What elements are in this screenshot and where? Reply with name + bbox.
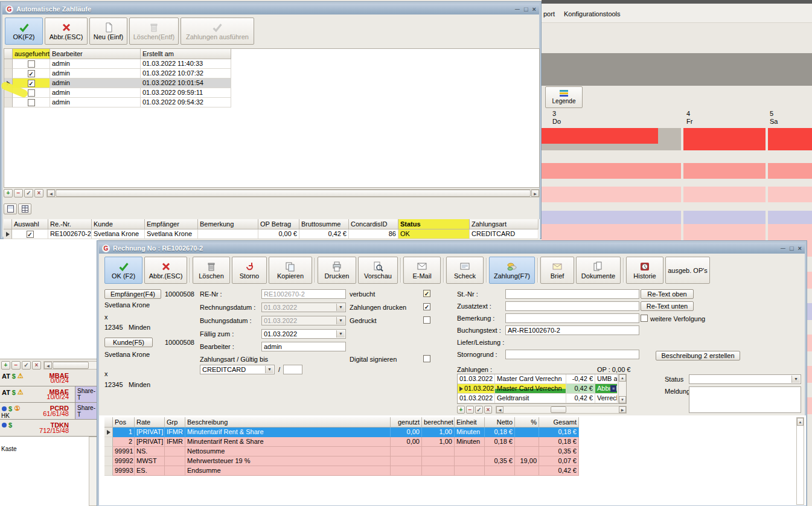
zahlungen-drucken-checkbox[interactable]: ✓	[423, 303, 430, 310]
col-bruttosumme[interactable]: Bruttosumme	[299, 219, 349, 229]
minimize-icon[interactable]: ─	[515, 5, 520, 13]
fleet-row[interactable]: $ TDKN 712/15/48	[0, 420, 98, 437]
new-button[interactable]: Neu (Einf)	[89, 18, 127, 45]
open-items-button[interactable]: ausgeb. OP's	[665, 257, 710, 284]
scroll-thumb[interactable]	[56, 190, 531, 197]
ok-button[interactable]: OK(F2)	[5, 18, 43, 45]
col-op-betrag[interactable]: OP Betrag	[258, 219, 299, 229]
col-empfaenger[interactable]: Empfänger	[145, 219, 198, 229]
executed-checkbox[interactable]	[28, 60, 35, 68]
auswahl-checkbox[interactable]: ✓	[27, 231, 34, 238]
close-icon[interactable]: ×	[798, 245, 802, 252]
preview-button[interactable]: Vorschau	[358, 257, 398, 284]
col-genutzt[interactable]: genutzt	[391, 417, 422, 428]
bemerkung-field[interactable]	[505, 313, 639, 323]
brief-button[interactable]: Brief	[540, 257, 574, 284]
table-row[interactable]: admin 01.03.2022 11:40:33	[4, 59, 539, 69]
rechnungsdatum-combo[interactable]: 01.03.2022▼	[261, 303, 346, 312]
kunde-button[interactable]: Kunde(F5)	[104, 338, 153, 347]
execute-payments-button[interactable]: Zahlungen ausführen	[181, 18, 254, 45]
table-row[interactable]: admin 01.03.2022 09:59:11	[4, 88, 539, 98]
col-erstellt-am[interactable]: Erstellt am	[141, 49, 231, 59]
email-button[interactable]: E-Mail	[403, 257, 441, 284]
legende-button[interactable]: Legende	[545, 86, 583, 108]
col-pct[interactable]: %	[515, 417, 539, 428]
layout-toggle-single[interactable]	[4, 203, 17, 214]
scroll-left-icon[interactable]: ◀	[44, 362, 52, 369]
print-button[interactable]: Drucken	[318, 257, 356, 284]
post-row-button[interactable]: ✓	[24, 189, 33, 197]
fleet-row[interactable]: $ ① PCRD 61/61/48 Share-T	[0, 403, 98, 420]
maximize-icon[interactable]: □	[790, 245, 794, 252]
scroll-left-icon[interactable]: ◀	[496, 406, 504, 413]
position-row[interactable]: 99993 ES. Endsumme 0,42 €	[104, 466, 579, 476]
result-row[interactable]: ✓ RE1002670-2 Svetlana Krone Svetlana Kr…	[4, 229, 540, 239]
bearbeiter-field[interactable]: admin	[261, 342, 346, 351]
retext-unten-button[interactable]: Re-Text unten	[641, 301, 694, 311]
scroll-up-icon[interactable]: ▲	[797, 418, 804, 426]
chevron-down-icon[interactable]: ▼	[791, 376, 800, 383]
table-row[interactable]: admin 01.03.2022 09:54:32	[4, 98, 539, 107]
weitere-verfolgung-checkbox[interactable]	[641, 315, 648, 322]
col-concardisid[interactable]: ConcardisID	[349, 219, 398, 229]
col-pos[interactable]: Pos	[113, 417, 135, 428]
chevron-down-icon[interactable]: ▼	[336, 317, 345, 324]
scroll-right-icon[interactable]: ▶	[619, 406, 626, 413]
executed-checkbox[interactable]	[28, 89, 35, 97]
cancel-row-button[interactable]: ×	[32, 361, 41, 370]
scroll-thumb[interactable]	[551, 406, 566, 413]
cancel-row-button[interactable]: ×	[34, 189, 43, 197]
history-button[interactable]: Historie	[626, 257, 663, 284]
cancel-button[interactable]: Abbr.(ESC)	[45, 18, 88, 45]
titlebar[interactable]: G Automatische Zahlläufe ─ □ ×	[2, 4, 539, 14]
gedruckt-checkbox[interactable]	[423, 316, 430, 324]
zahlungsart-combo[interactable]: CREDITCARD▼	[200, 365, 275, 374]
payment-button[interactable]: Zahlung(F7)	[489, 257, 535, 284]
table-row-selected[interactable]: ✓ admin 01.03.2022 10:01:54	[4, 78, 539, 88]
fleet-hscrollbar[interactable]: ◀	[43, 361, 98, 370]
chevron-down-icon[interactable]: ▼	[265, 366, 273, 373]
buchungsdatum-combo[interactable]: 01.03.2022▼	[261, 316, 346, 325]
gueltig-bis-field[interactable]	[283, 365, 302, 374]
day-header-3-do[interactable]: 3Do	[552, 110, 577, 126]
payment-row[interactable]: 01.03.2022 Master Card Verrechn -0,42 € …	[458, 374, 618, 384]
position-row[interactable]: 2 [PRIVAT] IFMR Minutentarif Rent & Shar…	[104, 437, 579, 447]
layout-toggle-grid[interactable]	[18, 203, 31, 214]
buchungstext-field[interactable]: AR-RE1002670-2	[505, 325, 639, 335]
payments-hscrollbar[interactable]: ◀ ▶	[496, 406, 627, 414]
titlebar[interactable]: G Rechnung No : RE1002670-2 ─ □ ×	[99, 243, 805, 254]
col-netto[interactable]: Netto	[485, 417, 515, 428]
menu-item-konfigurationstools[interactable]: Konfigurationstools	[564, 10, 621, 18]
ok-button[interactable]: OK (F2)	[104, 257, 142, 284]
cancel-button[interactable]: Abbr.(ESC)	[144, 257, 187, 284]
retext-oben-button[interactable]: Re-Text oben	[641, 289, 694, 299]
faellig-combo[interactable]: 01.03.2022▼	[261, 329, 346, 339]
delete-row-button[interactable]: −	[14, 189, 23, 197]
col-beschreibung[interactable]: Beschreibung	[185, 417, 391, 428]
chevron-down-icon[interactable]: ▼	[336, 330, 345, 338]
col-einheit[interactable]: Einheit	[455, 417, 485, 428]
scroll-right-icon[interactable]: ▶	[531, 190, 539, 197]
col-grp[interactable]: Grp	[165, 417, 185, 428]
fleet-vscrollbar[interactable]	[89, 437, 97, 506]
chevron-down-icon[interactable]: ▼	[336, 304, 345, 311]
scroll-thumb[interactable]	[53, 362, 89, 369]
cell-editor-icon[interactable]: ≡	[610, 385, 616, 392]
copy-button[interactable]: Kopieren	[269, 257, 312, 284]
minimize-icon[interactable]: ─	[781, 245, 785, 252]
runs-hscrollbar[interactable]: ◀ ▶	[46, 189, 540, 197]
stnr-field[interactable]	[505, 289, 639, 299]
fleet-row[interactable]: AT $ ⚠ MBAE 0/0/24	[0, 370, 98, 386]
col-bearbeiter[interactable]: Bearbeiter	[50, 49, 141, 59]
insert-row-button[interactable]: +	[1, 361, 10, 370]
close-icon[interactable]: ×	[532, 5, 536, 13]
executed-checkbox[interactable]: ✓	[28, 80, 35, 87]
digital-signieren-checkbox[interactable]	[423, 355, 430, 362]
payment-row[interactable]: 01.03.2022 Geldtransit 0,42 € Verrechn	[458, 394, 618, 403]
delete-button[interactable]: Löschen(Entf)	[129, 18, 179, 45]
col-gesamt[interactable]: Gesamt	[539, 417, 579, 428]
insert-row-button[interactable]: +	[457, 406, 465, 414]
stornogrund-field[interactable]	[505, 350, 639, 359]
scroll-down-icon[interactable]: ▼	[619, 396, 626, 403]
storno-button[interactable]: Storno	[232, 257, 267, 284]
